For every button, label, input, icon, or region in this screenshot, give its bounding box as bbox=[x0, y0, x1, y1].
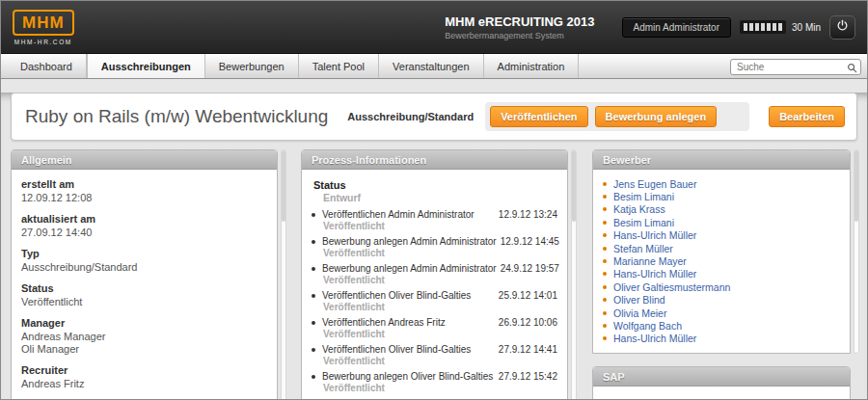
app-window: MHM MHM-HR.COM MHM eRECRUITING 2013 Bewe… bbox=[0, 0, 868, 400]
process-event: Bewerbung anlegen Admin Administrator12.… bbox=[312, 235, 557, 259]
logout-power-button[interactable] bbox=[829, 15, 855, 40]
tab-administration[interactable]: Administration bbox=[484, 54, 580, 78]
edit-button[interactable]: Bearbeiten bbox=[769, 106, 845, 127]
applicant-link[interactable]: Besim Limani bbox=[613, 217, 674, 228]
applicant-link[interactable]: Wolfgang Bach bbox=[613, 320, 682, 332]
sap-panel-header: SAP bbox=[593, 367, 850, 387]
bullet-icon bbox=[603, 298, 607, 302]
event-date: 26.9.12 10:06 bbox=[499, 317, 557, 328]
applicant-link[interactable]: Besim Limani bbox=[613, 191, 674, 202]
process-panel: Prozess-Informationen Status Entwurf Ver… bbox=[301, 149, 568, 400]
publish-button[interactable]: Veröffentlichen bbox=[490, 106, 587, 127]
applicant-item: Hans-Ulrich Müller bbox=[603, 268, 840, 280]
applicant-link[interactable]: Oliver Galtiesmustermann bbox=[613, 281, 730, 293]
applicant-item: Jens Eugen Bauer bbox=[603, 177, 840, 190]
event-action: Veröffentlichen Oliver Blind-Galties bbox=[322, 343, 495, 356]
power-icon bbox=[836, 19, 849, 35]
info-field-label: Typ bbox=[21, 248, 267, 259]
bullet-icon bbox=[312, 240, 315, 244]
applicants-panel-header: Bewerber bbox=[593, 150, 850, 170]
bullet-icon bbox=[603, 247, 607, 251]
posting-action-group: Veröffentlichen Bewerbung anlegen bbox=[485, 102, 749, 131]
tab-dashboard[interactable]: Dashboard bbox=[7, 54, 87, 78]
sap-panel-body bbox=[593, 387, 850, 400]
applicant-item: Oliver Blind bbox=[603, 294, 840, 307]
app-title: MHM eRECRUITING 2013 bbox=[445, 14, 594, 29]
user-menu-button[interactable]: Admin Administrator bbox=[622, 17, 731, 38]
applicant-link[interactable]: Hans-Ulrich Müller bbox=[613, 268, 696, 280]
info-field: RecruiterAndreas Fritz bbox=[21, 364, 267, 390]
applicant-link[interactable]: Jens Eugen Bauer bbox=[613, 178, 696, 190]
general-scrollbar[interactable] bbox=[281, 149, 286, 400]
info-field: aktualisiert am27.09.12 14:40 bbox=[21, 213, 267, 239]
top-header: MHM MHM-HR.COM MHM eRECRUITING 2013 Bewe… bbox=[1, 1, 867, 54]
applicant-link[interactable]: Stefan Müller bbox=[613, 243, 673, 254]
event-status: Veröffentlicht bbox=[323, 383, 557, 394]
bullet-icon bbox=[603, 195, 607, 199]
process-event: Bewerbung anlegen Oliver Blind-Galties27… bbox=[312, 370, 557, 394]
applicant-item: Wolfgang Bach bbox=[603, 319, 840, 332]
event-status: Veröffentlicht bbox=[323, 302, 557, 313]
general-panel: Allgemein erstellt am12.09.12 12:08aktua… bbox=[11, 149, 278, 400]
process-scrollbar[interactable] bbox=[571, 149, 577, 400]
event-date: 27.9.12 15:42 bbox=[499, 371, 557, 382]
event-date: 24.9.12 19:57 bbox=[501, 263, 559, 274]
search-box bbox=[730, 57, 861, 75]
applicant-link[interactable]: Oliver Blind bbox=[613, 294, 665, 306]
columns-area: Allgemein erstellt am12.09.12 12:08aktua… bbox=[1, 149, 867, 400]
tab-ausschreibungen[interactable]: Ausschreibungen bbox=[87, 54, 205, 78]
bullet-icon bbox=[312, 348, 315, 352]
info-field: ManagerAndreas ManagerOli Manager bbox=[21, 317, 267, 356]
bullet-icon bbox=[312, 294, 315, 298]
applicant-item: Besim Limani bbox=[603, 216, 840, 228]
event-status: Veröffentlicht bbox=[323, 221, 557, 232]
applicants-panel: Bewerber Jens Eugen BauerBesim LimaniKat… bbox=[592, 149, 851, 354]
bullet-icon bbox=[603, 272, 607, 276]
create-application-button[interactable]: Bewerbung anlegen bbox=[595, 106, 718, 127]
process-event: Veröffentlichen Admin Administrator12.9.… bbox=[312, 208, 557, 232]
applicant-item: Olivia Meier bbox=[603, 307, 840, 319]
search-input[interactable] bbox=[730, 59, 861, 75]
general-panel-body: erstellt am12.09.12 12:08aktualisiert am… bbox=[12, 170, 277, 400]
info-field-value: Oli Manager bbox=[21, 343, 267, 356]
bullet-icon bbox=[603, 259, 607, 263]
event-date: 12.9.12 13:24 bbox=[499, 209, 557, 220]
user-area: Admin Administrator 30 Min bbox=[622, 15, 856, 40]
event-action: Bewerbung anlegen Admin Administrator bbox=[322, 235, 497, 248]
tab-bewerbungen[interactable]: Bewerbungen bbox=[205, 54, 299, 78]
applicant-item: Marianne Mayer bbox=[603, 254, 840, 267]
process-status-label: Status bbox=[313, 179, 557, 191]
event-date: 12.9.12 14:45 bbox=[501, 236, 559, 247]
process-initial-status: Entwurf bbox=[323, 192, 557, 203]
bullet-icon bbox=[603, 221, 607, 225]
info-field: TypAusschreibung/Standard bbox=[21, 248, 267, 274]
column-applicants: Bewerber Jens Eugen BauerBesim LimaniKat… bbox=[592, 149, 859, 400]
event-date: 25.9.12 14:01 bbox=[499, 290, 557, 301]
search-icon[interactable] bbox=[847, 60, 857, 77]
tab-veranstaltungen[interactable]: Veranstaltungen bbox=[379, 54, 484, 78]
tab-talent-pool[interactable]: Talent Pool bbox=[299, 54, 379, 78]
applicant-link[interactable]: Marianne Mayer bbox=[613, 255, 687, 267]
right-stack: Bewerber Jens Eugen BauerBesim LimaniKat… bbox=[592, 149, 851, 400]
info-field: StatusVeröffentlicht bbox=[21, 282, 267, 308]
bullet-icon bbox=[603, 336, 607, 340]
sap-panel: SAP bbox=[592, 366, 851, 400]
info-field-label: Recruiter bbox=[21, 364, 267, 376]
app-title-block: MHM eRECRUITING 2013 Bewerbermanagement … bbox=[445, 14, 594, 40]
info-field-label: erstellt am bbox=[21, 178, 267, 190]
process-event: Veröffentlichen Oliver Blind-Galties27.9… bbox=[312, 343, 557, 367]
bullet-icon bbox=[603, 311, 607, 315]
applicant-link[interactable]: Hans-Ulrich Müller bbox=[613, 333, 696, 344]
page-title: Ruby on Rails (m/w) Webentwicklung bbox=[25, 106, 328, 127]
event-status: Veröffentlicht bbox=[323, 248, 557, 259]
nav-tabs: DashboardAusschreibungenBewerbungenTalen… bbox=[7, 54, 579, 78]
applicant-link[interactable]: Olivia Meier bbox=[613, 307, 666, 319]
applicant-link[interactable]: Hans-Ulrich Müller bbox=[613, 229, 696, 241]
mhm-logo[interactable]: MHM MHM-HR.COM bbox=[13, 10, 74, 45]
applicant-link[interactable]: Katja Krass bbox=[613, 203, 665, 215]
bullet-icon bbox=[312, 213, 315, 217]
applicants-scrollbar[interactable] bbox=[854, 149, 859, 354]
event-action: Veröffentlichen Andreas Fritz bbox=[322, 316, 495, 329]
bullet-icon bbox=[603, 207, 607, 211]
info-field-value: Ausschreibung/Standard bbox=[21, 261, 267, 274]
